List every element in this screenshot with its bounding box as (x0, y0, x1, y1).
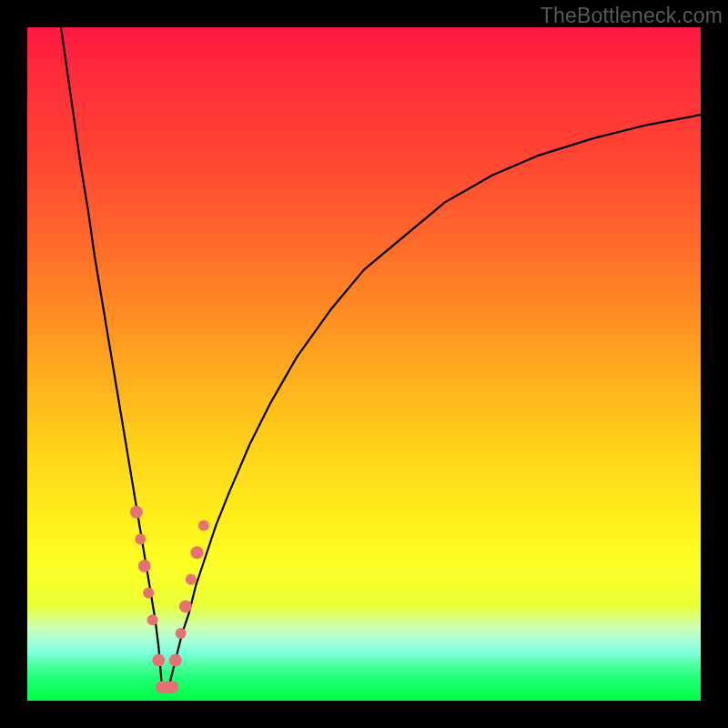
data-marker (186, 574, 197, 585)
plot-area (27, 27, 701, 701)
data-marker (152, 654, 165, 667)
data-marker (166, 681, 178, 693)
chart-svg (27, 27, 701, 701)
data-marker (147, 614, 158, 625)
data-marker (130, 506, 143, 519)
data-marker (179, 600, 192, 612)
watermark-label: TheBottleneck.com (541, 4, 723, 28)
data-marker (191, 546, 204, 559)
data-marker (198, 521, 209, 531)
data-marker (169, 654, 182, 667)
chart-frame: TheBottleneck.com (0, 0, 728, 728)
data-marker (135, 533, 146, 544)
markers-group (130, 506, 209, 693)
data-marker (143, 588, 154, 599)
data-marker (138, 560, 151, 572)
right-branch-line (168, 115, 701, 687)
data-marker (176, 628, 187, 639)
